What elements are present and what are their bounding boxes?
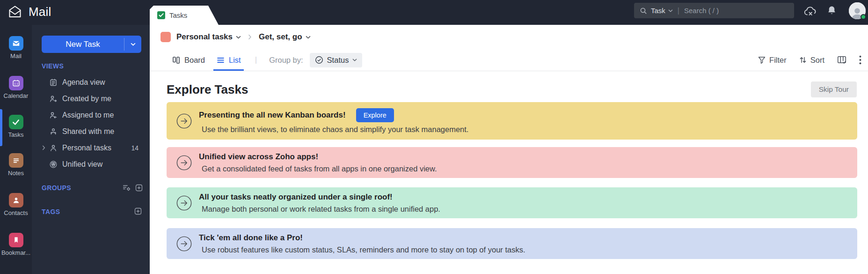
new-task-label[interactable]: New Task	[42, 36, 124, 53]
search-icon	[640, 7, 647, 15]
agenda-view-icon	[49, 78, 58, 87]
filter-button[interactable]: Filter	[758, 56, 787, 65]
search-scope-dropdown[interactable]: Task	[651, 7, 673, 15]
arrow-circle-icon	[176, 155, 192, 170]
new-task-button[interactable]: New Task	[42, 36, 141, 53]
views-list: Agenda view Created by me	[32, 74, 150, 172]
banner-subtitle: Use robust features like custom status, …	[199, 245, 525, 254]
presence-status-dot	[861, 14, 866, 20]
view-toolbar: Board List | Group by: Status Filter	[150, 49, 868, 71]
expand-chevron-icon[interactable]	[42, 145, 49, 150]
person-share-icon	[49, 127, 58, 136]
person-icon	[49, 144, 58, 152]
add-group-icon[interactable]	[135, 184, 143, 192]
rail-item-tasks[interactable]: Tasks	[0, 115, 32, 138]
cloud-sync-icon[interactable]	[803, 6, 817, 18]
calendar-app-icon	[9, 76, 23, 90]
views-section-label: VIEWS	[42, 62, 64, 70]
arrow-circle-icon	[176, 113, 192, 129]
breadcrumb: Personal tasks Get, set, go	[150, 25, 868, 49]
chevron-down-icon	[131, 43, 136, 46]
chevron-down-icon	[306, 36, 311, 39]
tasks-app-icon	[9, 115, 23, 129]
manage-groups-icon[interactable]	[122, 183, 131, 192]
contacts-app-icon	[9, 193, 23, 207]
sort-button[interactable]: Sort	[799, 56, 824, 65]
toolbar-divider: |	[255, 55, 257, 65]
bookmarks-app-icon	[9, 233, 23, 247]
groups-section-label: GROUPS	[42, 184, 71, 192]
sort-arrows-icon	[799, 56, 807, 64]
more-options-kebab-icon[interactable]	[859, 55, 861, 65]
banner-title: Presenting the all new Kanban boards!	[199, 111, 346, 120]
add-tag-icon[interactable]	[134, 207, 142, 215]
user-avatar[interactable]	[849, 2, 866, 19]
status-check-circle-icon	[315, 56, 323, 64]
mail-logo-icon	[7, 4, 23, 19]
app-title: Mail	[29, 5, 51, 19]
new-task-dropdown-button[interactable]	[124, 36, 141, 53]
board-icon	[172, 56, 181, 65]
sidebar-item-created-by-me[interactable]: Created by me	[32, 90, 150, 107]
group-by-status-dropdown[interactable]: Status	[310, 53, 363, 67]
search-divider: |	[678, 7, 679, 15]
column-settings-icon[interactable]	[837, 55, 847, 65]
tour-banner-pro-features[interactable]: Tick 'em all done like a Pro! Use robust…	[167, 228, 857, 259]
sidebar-item-assigned-to-me[interactable]: Assigned to me	[32, 107, 150, 123]
arrow-circle-icon	[176, 236, 192, 252]
explore-tour-panel: Explore Tasks Skip Tour Presenting the a…	[150, 71, 868, 259]
sidebar-item-shared-with-me[interactable]: Shared with me	[32, 123, 150, 140]
skip-tour-button[interactable]: Skip Tour	[811, 81, 857, 97]
banner-subtitle: Get a consolidated feed of tasks from al…	[199, 164, 437, 173]
tab-tasks[interactable]: Tasks	[150, 6, 219, 25]
tour-banner-single-roof[interactable]: All your tasks neatly organized under a …	[167, 187, 857, 218]
breadcrumb-project-dropdown[interactable]: Personal tasks	[176, 32, 241, 42]
sidebar-item-agenda-view[interactable]: Agenda view	[32, 74, 150, 90]
main-panel: Personal tasks Get, set, go Board List |…	[150, 25, 868, 274]
rail-item-notes[interactable]: Notes	[0, 153, 32, 177]
rail-item-contacts[interactable]: Contacts	[0, 193, 32, 216]
group-by-label: Group by:	[269, 56, 303, 65]
person-arrow-out-icon	[49, 95, 58, 103]
arrow-circle-icon	[176, 195, 192, 211]
unified-view-icon	[49, 160, 58, 169]
app-rail: Mail Calendar Tasks Notes	[0, 25, 32, 274]
banner-title: Unified view across Zoho apps!	[199, 152, 437, 162]
personal-tasks-count: 14	[131, 144, 139, 152]
tab-board-view[interactable]: Board	[172, 56, 205, 65]
app-logo[interactable]: Mail	[7, 4, 51, 19]
banner-title: Tick 'em all done like a Pro!	[199, 233, 525, 243]
rail-item-bookmarks[interactable]: Bookmar...	[0, 233, 32, 256]
tour-banner-kanban[interactable]: Presenting the all new Kanban boards! Ex…	[167, 102, 857, 140]
tab-list-view[interactable]: List	[216, 56, 241, 65]
rail-item-mail[interactable]: Mail	[0, 36, 32, 59]
banner-subtitle: Manage both personal or work related tas…	[199, 205, 440, 214]
banner-subtitle: Use the brilliant views, to eliminate ch…	[199, 125, 468, 134]
chevron-down-icon	[236, 36, 241, 39]
tab-tasks-label: Tasks	[169, 11, 187, 19]
explore-button[interactable]: Explore	[356, 108, 394, 122]
page-title: Explore Tasks	[167, 82, 248, 97]
mail-app-icon	[9, 36, 23, 51]
tags-section-label: TAGS	[42, 208, 60, 215]
tasks-check-icon	[157, 11, 165, 19]
rail-item-calendar[interactable]: Calendar	[0, 76, 32, 99]
breadcrumb-page-dropdown[interactable]: Get, set, go	[259, 32, 311, 42]
tour-banner-unified-view[interactable]: Unified view across Zoho apps! Get a con…	[167, 147, 857, 178]
list-icon	[216, 56, 225, 65]
notes-app-icon	[9, 153, 23, 168]
chevron-down-icon	[668, 9, 673, 12]
banner-title: All your tasks neatly organized under a …	[199, 193, 440, 202]
sidebar: New Task VIEWS Agenda view	[32, 25, 150, 274]
breadcrumb-separator-icon	[248, 34, 252, 40]
top-bar: Mail Task |	[0, 0, 868, 25]
sidebar-item-personal-tasks[interactable]: Personal tasks 14	[32, 140, 150, 156]
person-arrow-in-icon	[49, 111, 58, 119]
notifications-bell-icon[interactable]	[826, 5, 837, 16]
search-input[interactable]	[684, 7, 788, 15]
filter-funnel-icon	[758, 56, 766, 64]
search-bar[interactable]: Task |	[634, 3, 794, 18]
chevron-down-icon	[352, 59, 357, 61]
project-color-swatch	[160, 32, 171, 42]
sidebar-item-unified-view[interactable]: Unified view	[32, 156, 150, 172]
